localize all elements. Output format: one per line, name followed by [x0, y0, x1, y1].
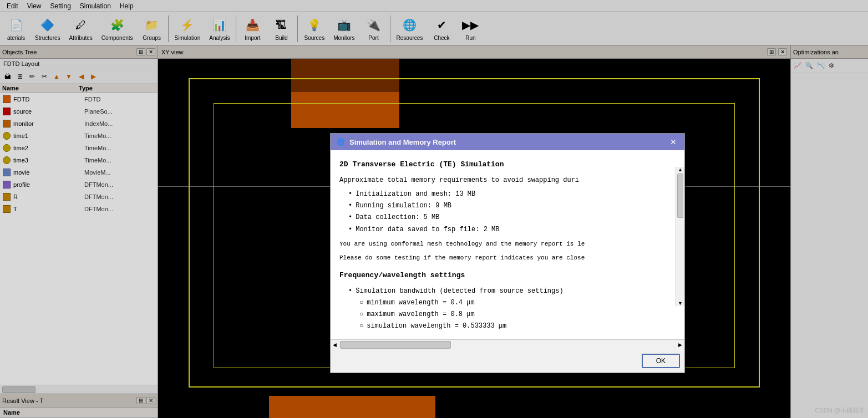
objects-tree-float-btn[interactable]: ⊞: [136, 48, 145, 55]
toolbar-sources[interactable]: 💡 Sources: [300, 14, 328, 44]
result-col-header: Name: [0, 407, 158, 418]
modal-buttons: OK: [331, 349, 684, 373]
resources-icon: 🌐: [400, 16, 418, 34]
modal-section1-title: 2D Transverse Electric (TE) Simulation: [339, 159, 676, 171]
tree-down-btn[interactable]: ▼: [63, 71, 74, 82]
simulation-label: Simulation: [175, 35, 201, 41]
tree-row-name-fdtd: FDTD: [13, 96, 84, 103]
modal-note2: Please do some testing if the memory rep…: [339, 253, 676, 263]
modal-footer-bar: ◀ ▶: [331, 339, 684, 349]
tree-delete-btn[interactable]: ✂: [39, 71, 50, 82]
right-tool-1[interactable]: 📈: [792, 62, 803, 70]
check-label: Check: [434, 35, 449, 41]
menu-simulation[interactable]: Simulation: [75, 1, 115, 11]
toolbar-materials[interactable]: 📄 aterials: [2, 14, 30, 44]
toolbar: 📄 aterials 🔷 Structures 🖊 Attributes 🧩 C…: [0, 12, 868, 45]
right-tool-2[interactable]: 🔍: [804, 62, 815, 70]
objects-tree-close-btn[interactable]: ✕: [146, 48, 155, 55]
modal-note1: You are using conformal mesh technology …: [339, 239, 676, 249]
modal-title-text: Simulation and Memory Report: [349, 138, 456, 146]
monitors-label: Monitors: [333, 35, 354, 41]
build-icon: 🏗: [272, 16, 290, 34]
run-icon: ▶▶: [461, 16, 479, 34]
tree-add-btn[interactable]: 🏔: [2, 71, 13, 82]
result-close-btn[interactable]: ✕: [146, 397, 155, 404]
toolbar-structures[interactable]: 🔷 Structures: [31, 14, 64, 44]
modal-close-button[interactable]: ✕: [667, 136, 680, 147]
monitors-icon: 📺: [335, 16, 353, 34]
toolbar-attributes[interactable]: 🖊 Attributes: [65, 14, 97, 44]
toolbar-build[interactable]: 🏗 Build: [267, 14, 295, 44]
tree-row[interactable]: time1 TimeMo...: [0, 130, 158, 142]
menu-view[interactable]: View: [23, 1, 46, 11]
toolbar-separator-4: [390, 16, 390, 42]
tree-row-name-R: R: [13, 193, 84, 200]
xy-view-close-btn[interactable]: ✕: [778, 48, 787, 55]
tree-row[interactable]: time2 TimeMo...: [0, 142, 158, 154]
build-label: Build: [275, 35, 287, 41]
tree-row[interactable]: movie MovieM...: [0, 166, 158, 179]
modal-scrollbar-thumb[interactable]: [677, 174, 683, 218]
toolbar-monitors[interactable]: 📺 Monitors: [329, 14, 358, 44]
toolbar-separator-3: [297, 16, 298, 42]
tree-right-btn[interactable]: ▶: [88, 71, 99, 82]
result-col-name: Name: [3, 409, 20, 416]
toolbar-simulation[interactable]: ⚡ Simulation: [171, 14, 205, 44]
modal-title-content: 🌀 Simulation and Memory Report: [335, 136, 456, 147]
xy-view-float-btn[interactable]: ⊞: [767, 48, 776, 55]
check-icon: ✔: [433, 16, 450, 34]
modal-scroll-x-track[interactable]: [339, 340, 676, 349]
modal-scroll-down-btn[interactable]: ▼: [676, 300, 684, 306]
tree-row-type-time3: TimeMo...: [84, 157, 155, 164]
toolbar-port[interactable]: 🔌 Port: [360, 14, 388, 44]
toolbar-check[interactable]: ✔ Check: [428, 14, 455, 44]
result-float-btn[interactable]: ⊞: [136, 397, 145, 404]
port-icon: 🔌: [365, 16, 383, 34]
modal-scrollbar[interactable]: ▲ ▼: [676, 167, 684, 306]
tree-row[interactable]: source PlaneSo...: [0, 105, 158, 118]
menu-setting[interactable]: Setting: [45, 1, 75, 11]
tree-row[interactable]: profile DFTMon...: [0, 179, 158, 191]
menu-edit[interactable]: Edit: [2, 1, 23, 11]
toolbar-analysis[interactable]: 📊 Analysis: [205, 14, 234, 44]
menu-help[interactable]: Help: [115, 1, 138, 11]
right-tool-4[interactable]: ⚙: [827, 62, 836, 70]
tree-row[interactable]: R DFTMon...: [0, 191, 158, 203]
tree-edit-btn[interactable]: ✏: [27, 71, 38, 82]
toolbar-components[interactable]: 🧩 Components: [98, 14, 137, 44]
tree-scrollbar-thumb[interactable]: [2, 386, 35, 393]
modal-scroll-up-btn[interactable]: ▲: [676, 167, 684, 172]
tree-scroll-x[interactable]: [0, 385, 158, 394]
toolbar-resources[interactable]: 🌐 Resources: [393, 14, 427, 44]
tree-row[interactable]: monitor IndexMo...: [0, 118, 158, 130]
tree-row[interactable]: time3 TimeMo...: [0, 154, 158, 166]
tree-grid-btn[interactable]: ⊞: [14, 71, 26, 82]
tree-row[interactable]: FDTD FDTD: [0, 93, 158, 105]
toolbar-import[interactable]: 📥 Import: [238, 14, 266, 44]
materials-icon: 📄: [7, 16, 25, 34]
tree-header: Name Type: [0, 84, 158, 93]
modal-scroll-x-thumb[interactable]: [340, 341, 451, 349]
attributes-icon: 🖊: [72, 16, 90, 34]
optimizations-header: Optimizations an: [791, 45, 868, 59]
tree-left-btn[interactable]: ◀: [75, 71, 87, 82]
right-tool-3[interactable]: 📉: [815, 62, 826, 70]
toolbar-groups[interactable]: 📁 Groups: [138, 14, 166, 44]
modal-scroll-left-btn[interactable]: ◀: [331, 340, 339, 349]
modal-freq-bullet-1: Simulation bandwidth (detected from sour…: [348, 286, 676, 297]
objects-tree-controls: ⊞ ✕: [136, 48, 155, 55]
tree-row-name-time3: time3: [13, 157, 84, 164]
tree-content[interactable]: FDTD FDTD source PlaneSo... monitor Inde…: [0, 93, 158, 385]
tree-row[interactable]: T DFTMon...: [0, 203, 158, 215]
xy-view-title: XY view: [161, 49, 184, 55]
tree-up-btn[interactable]: ▲: [51, 71, 62, 82]
ok-button[interactable]: OK: [642, 354, 680, 368]
result-panel: Result View - T ⊞ ✕ Name: [0, 394, 158, 418]
simulation-memory-report-modal[interactable]: 🌀 Simulation and Memory Report ✕ 2D Tran…: [330, 133, 685, 373]
modal-scroll-right-btn[interactable]: ▶: [676, 340, 684, 349]
watermark: CSDN @小顾同学: [815, 406, 865, 415]
toolbar-run[interactable]: ▶▶ Run: [456, 14, 484, 44]
resources-label: Resources: [397, 35, 423, 41]
tree-row-name-monitor: monitor: [13, 120, 84, 127]
groups-label: Groups: [143, 35, 161, 41]
